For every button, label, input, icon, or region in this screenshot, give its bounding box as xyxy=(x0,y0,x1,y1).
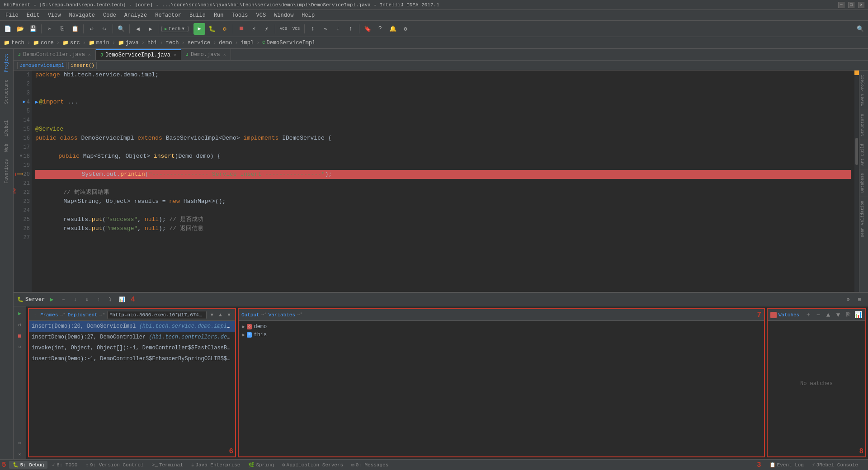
toolbar-new[interactable]: 📄 xyxy=(2,23,14,35)
menu-navigate[interactable]: Navigate xyxy=(65,11,99,19)
close-button[interactable]: ✕ xyxy=(858,2,864,8)
debug-settings-btn[interactable]: ⚙ xyxy=(15,438,25,448)
toolbar-undo[interactable]: ↩ xyxy=(86,23,98,35)
tab-demo[interactable]: J Demo.java ✕ xyxy=(181,49,231,60)
debug-settings[interactable]: ⚙ xyxy=(843,295,853,305)
toolbar-debug-out[interactable]: ↑ xyxy=(345,23,357,35)
tab-demoserviceimpl[interactable]: J DemoServiceImpl.java ✕ xyxy=(96,49,181,60)
watches-up[interactable]: ▲ xyxy=(824,310,833,320)
tab-democontroller[interactable]: J DemoController.java ✕ xyxy=(14,49,96,60)
vcs-commit[interactable]: VCS xyxy=(290,23,302,35)
bean-validation-tab[interactable]: Bean Validation xyxy=(859,197,868,241)
watches-copy[interactable]: ⎘ xyxy=(844,310,853,320)
nav-service[interactable]: service xyxy=(188,40,210,46)
menu-build[interactable]: Build xyxy=(186,11,209,19)
collapse-icon-18[interactable]: ▼ xyxy=(20,152,23,161)
menu-code[interactable]: Code xyxy=(99,11,120,19)
web-tab[interactable]: Web xyxy=(3,141,10,155)
toolbar-more2[interactable]: ⚡ xyxy=(261,23,273,35)
tab-close-2[interactable]: ✕ xyxy=(174,52,176,58)
debug-step-into[interactable]: ↓ xyxy=(70,295,80,305)
toolbar-settings[interactable]: ⚙ xyxy=(400,23,411,35)
tab-java-enterprise[interactable]: ☕ Java Enterprise xyxy=(188,461,244,469)
tab-spring[interactable]: 🌿 Spring xyxy=(245,461,278,469)
tab-app-servers[interactable]: ⚙ Application Servers xyxy=(278,461,347,469)
irebel-tab[interactable]: iRebel xyxy=(3,118,10,139)
tab-close-3[interactable]: ✕ xyxy=(223,52,226,57)
toolbar-redo[interactable]: ↪ xyxy=(99,23,110,35)
tab-debug[interactable]: 🐛 5: Debug xyxy=(9,461,48,469)
debug-mute-btn[interactable]: ○ xyxy=(15,342,25,352)
toolbar-back[interactable]: ◀ xyxy=(132,23,144,35)
debug-step-out[interactable]: ↑ xyxy=(94,295,104,305)
menu-help[interactable]: Help xyxy=(298,11,318,19)
debug-close-btn[interactable]: ✕ xyxy=(15,449,25,459)
frame-3[interactable]: insertDemo(Demo):-1, DemoController$$Enh… xyxy=(29,353,235,364)
deployment-tab[interactable]: Deployment xyxy=(68,312,98,318)
thread-expand[interactable]: ▼ xyxy=(208,310,215,320)
var-expand-demo[interactable]: ▶ xyxy=(242,324,245,329)
toolbar-search[interactable]: 🔍 xyxy=(854,23,866,35)
toolbar-cut[interactable]: ✂ xyxy=(44,23,56,35)
nav-tech[interactable]: 📁 tech xyxy=(4,40,24,46)
menu-file[interactable]: File xyxy=(2,11,22,19)
variables-tab[interactable]: Variables xyxy=(269,312,295,318)
frames-sort[interactable]: ⋮ xyxy=(32,310,38,320)
debug-resume-btn[interactable]: ▶ xyxy=(15,308,25,318)
debug-resume[interactable]: ▶ xyxy=(47,295,57,305)
ant-build-tab[interactable]: Art Build xyxy=(859,140,868,169)
nav-java[interactable]: 📁 java xyxy=(118,40,139,46)
toolbar-forward[interactable]: ▶ xyxy=(145,23,156,35)
nav-hbi[interactable]: hbi xyxy=(147,40,157,46)
tab-version-control[interactable]: ↕ 9: Version Control xyxy=(82,461,147,469)
menu-refactor[interactable]: Refactor xyxy=(151,11,185,19)
editor-scrollbar[interactable] xyxy=(854,70,859,292)
vcs-update[interactable]: VCS xyxy=(278,23,289,35)
collapse-icon-4[interactable]: ▶ xyxy=(23,98,26,107)
tab-jrebel-console[interactable]: ⚡ JRebel Console xyxy=(808,461,862,469)
menu-edit[interactable]: Edit xyxy=(23,11,43,19)
debug-restore-layout[interactable]: ⊞ xyxy=(854,295,864,305)
nav-demo[interactable]: demo xyxy=(219,40,232,46)
debug-step-over[interactable]: ↷ xyxy=(58,295,68,305)
frames-tab[interactable]: Frames xyxy=(40,312,58,318)
tab-terminal[interactable]: >_ Terminal xyxy=(148,461,187,469)
nav-impl[interactable]: impl xyxy=(241,40,254,46)
stop-button[interactable]: ⏹ xyxy=(236,23,247,35)
toolbar-debug-step[interactable]: ↕ xyxy=(307,23,319,35)
var-demo[interactable]: ▶ ○ demo xyxy=(241,323,762,331)
watches-down[interactable]: ▼ xyxy=(834,310,843,320)
nav-src[interactable]: 📁 src xyxy=(62,40,80,46)
watches-evaluate[interactable]: 📊 xyxy=(854,310,863,320)
menu-run[interactable]: Run xyxy=(210,11,227,19)
menu-view[interactable]: View xyxy=(44,11,65,19)
frame-2[interactable]: invoke(int, Object, Object[]):-1, DemoCo… xyxy=(29,343,235,353)
debug-evaluate[interactable]: 📊 xyxy=(117,295,127,305)
breadcrumb-class[interactable]: DemoServiceImpl xyxy=(17,62,66,69)
maximize-button[interactable]: □ xyxy=(848,2,854,8)
tab-close-1[interactable]: ✕ xyxy=(88,52,91,57)
code-area[interactable]: package hbi.tech.service.demo.impl; ▶ @i… xyxy=(32,70,854,292)
toolbar-find[interactable]: 🔍 xyxy=(115,23,127,35)
toolbar-paste[interactable]: 📋 xyxy=(69,23,81,35)
toolbar-debug-over[interactable]: ↷ xyxy=(320,23,331,35)
var-expand-this[interactable]: ▶ xyxy=(242,332,245,338)
breadcrumb-method[interactable]: insert() xyxy=(68,62,97,69)
run-config-selector[interactable]: ▶ tech ▼ xyxy=(161,26,189,32)
structure-tab-left[interactable]: Structure xyxy=(3,77,10,107)
menu-vcs[interactable]: VCS xyxy=(253,11,270,19)
cover-button[interactable]: ⚙ xyxy=(219,23,231,35)
toolbar-help[interactable]: ? xyxy=(374,23,386,35)
watches-add[interactable]: + xyxy=(804,310,813,320)
toolbar-save[interactable]: 💾 xyxy=(27,23,39,35)
frame-0[interactable]: insert(Demo):20, DemoServiceImpl (hbi.te… xyxy=(29,321,235,332)
toolbar-open[interactable]: 📂 xyxy=(14,23,26,35)
toolbar-debug-into[interactable]: ↓ xyxy=(332,23,344,35)
nav-demoserviceimpl[interactable]: C DemoServiceImpl xyxy=(262,40,315,46)
thread-scroll-down[interactable]: ▼ xyxy=(226,310,232,320)
watches-remove[interactable]: − xyxy=(814,310,823,320)
database-tab[interactable]: Database xyxy=(859,169,868,196)
toolbar-bookmark[interactable]: 🔖 xyxy=(362,23,373,35)
nav-tech2[interactable]: tech xyxy=(166,40,179,46)
maven-project-tab[interactable]: Maven Project xyxy=(859,70,868,110)
